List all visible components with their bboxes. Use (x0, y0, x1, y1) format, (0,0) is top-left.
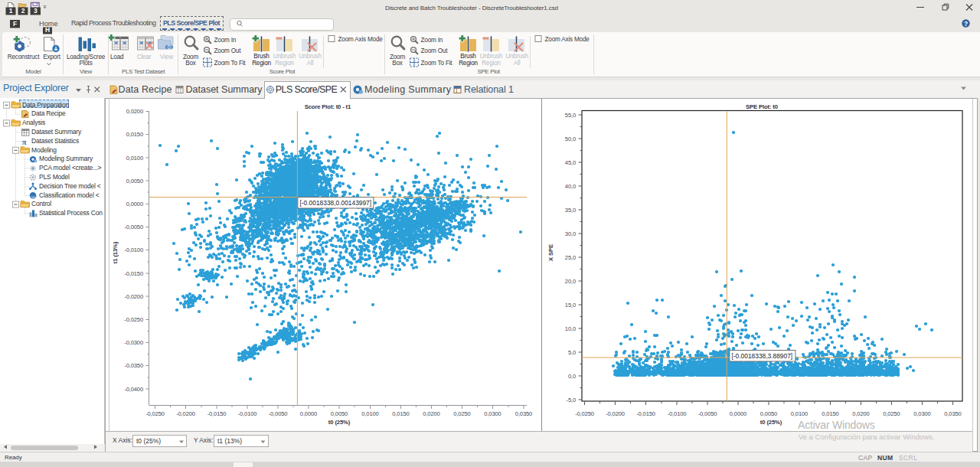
svg-text:1: 1 (9, 7, 13, 15)
svg-text:?: ? (964, 20, 968, 28)
svg-text:F: F (13, 20, 17, 28)
svg-text:2: 2 (21, 7, 25, 15)
svg-text:3: 3 (34, 7, 38, 15)
